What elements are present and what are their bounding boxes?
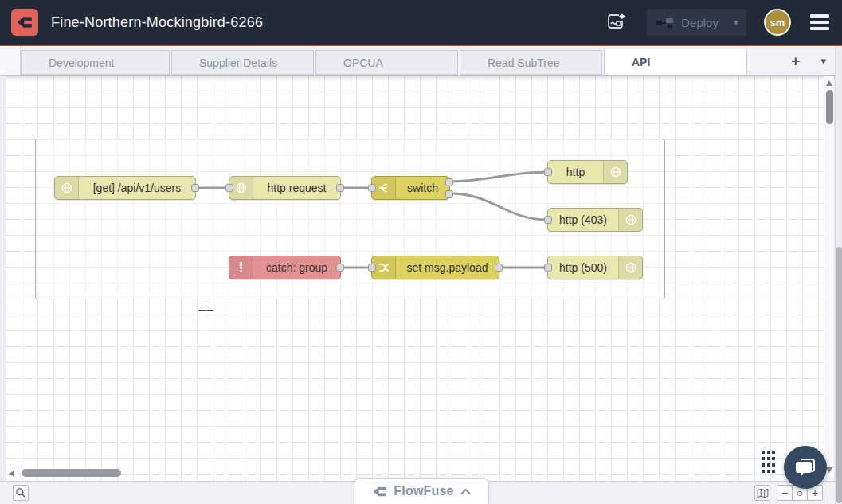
chevron-up-icon[interactable] (460, 488, 471, 495)
tab-label: API (632, 56, 650, 68)
tab-supplier-details[interactable]: Supplier Details (171, 50, 314, 75)
node-change[interactable]: set msg.payload (371, 256, 499, 279)
globe-icon (55, 177, 79, 199)
user-avatar[interactable]: sm (764, 9, 791, 36)
node-http-response-403[interactable]: http (403) (547, 208, 643, 232)
input-port[interactable] (368, 184, 376, 192)
map-icon (757, 488, 769, 498)
flowfuse-icon (372, 484, 387, 499)
zoom-out-button[interactable]: − (777, 485, 793, 501)
node-label: switch (396, 177, 449, 199)
flowfuse-logo[interactable] (11, 9, 38, 36)
tab-label: Supplier Details (199, 57, 277, 69)
page-scroll-thumb[interactable] (836, 247, 842, 503)
workspace-title: Fine-Northern-Mockingbird-6266 (51, 14, 263, 31)
deploy-caret-icon[interactable]: ▾ (734, 17, 738, 28)
output-port-1[interactable] (445, 178, 453, 186)
input-port[interactable] (544, 216, 552, 224)
node-label: http (403) (548, 209, 618, 231)
cursor-crosshair (206, 303, 206, 318)
main-menu-button[interactable] (809, 11, 831, 33)
node-label: [get] /api/v1/users (79, 177, 195, 199)
horizontal-scroll-thumb[interactable] (22, 469, 121, 477)
palette-collapsed-strip (0, 76, 6, 481)
add-flow-button[interactable]: + (791, 53, 800, 68)
tab-label: Development (49, 57, 115, 69)
node-http-response-500[interactable]: http (500) (547, 256, 643, 279)
output-port-2[interactable] (445, 190, 453, 198)
globe-icon (603, 161, 627, 183)
widget-dots-grid (762, 451, 775, 477)
input-port[interactable] (368, 264, 376, 272)
scroll-left-icon[interactable] (9, 471, 14, 477)
scroll-up-icon[interactable] (826, 80, 832, 86)
output-port[interactable] (191, 184, 199, 192)
ai-flow-icon (605, 11, 627, 33)
node-label: set msg.payload (396, 256, 499, 279)
canvas-vertical-scrollbar[interactable] (824, 76, 834, 481)
node-red-editor: Fine-Northern-Mockingbird-6266 Deploy (0, 0, 842, 504)
scroll-down-icon[interactable] (826, 467, 832, 473)
globe-icon (618, 256, 642, 279)
menu-icon (810, 14, 829, 18)
tab-scroll-edge (0, 46, 21, 75)
page-scrollbar[interactable] (835, 46, 842, 504)
node-label: http (548, 161, 603, 183)
tab-read-subtree[interactable]: Read SubTree (460, 50, 602, 75)
tab-development[interactable]: Development (21, 50, 170, 75)
tab-opcua[interactable]: OPCUA (315, 50, 458, 75)
ai-assistant-button[interactable] (602, 9, 629, 36)
node-http-request[interactable]: http request (229, 176, 341, 200)
tab-label: Read SubTree (488, 57, 560, 69)
flowfuse-drawer-button[interactable]: FlowFuse (354, 478, 489, 504)
deploy-button[interactable]: Deploy ▾ (647, 9, 746, 36)
flowfuse-logo-icon (16, 14, 33, 31)
node-catch[interactable]: ! catch: group (229, 256, 341, 279)
header-bar: Fine-Northern-Mockingbird-6266 Deploy (0, 0, 842, 46)
node-switch[interactable]: switch (371, 176, 450, 200)
vertical-scroll-thumb[interactable] (826, 90, 833, 124)
input-port[interactable] (225, 184, 233, 192)
chat-launcher-button[interactable] (784, 446, 827, 489)
output-port[interactable] (336, 264, 344, 272)
search-icon (15, 487, 26, 498)
input-port[interactable] (544, 168, 552, 176)
node-http-response[interactable]: http (547, 160, 628, 184)
search-flows-button[interactable] (13, 485, 29, 501)
node-label: catch: group (253, 256, 340, 279)
node-http-in[interactable]: [get] /api/v1/users (54, 176, 196, 200)
node-label: http request (253, 177, 340, 199)
tab-label: OPCUA (343, 57, 383, 69)
tab-api[interactable]: API (604, 49, 747, 75)
chat-icon (794, 457, 817, 478)
flow-list-caret-icon[interactable]: ▾ (820, 56, 826, 66)
flowfuse-label: FlowFuse (394, 484, 453, 498)
avatar-initials: sm (770, 17, 785, 29)
deploy-label: Deploy (681, 16, 719, 29)
output-port[interactable] (495, 264, 503, 272)
output-port[interactable] (336, 184, 344, 192)
flow-canvas[interactable]: [get] /api/v1/users http request switch (0, 76, 842, 481)
node-label: http (500) (548, 256, 618, 279)
globe-icon (618, 209, 642, 231)
deploy-node-icon (656, 17, 674, 28)
exclamation-icon: ! (229, 256, 253, 279)
flow-tab-bar: Development Supplier Details OPCUA Read … (0, 46, 842, 76)
input-port[interactable] (544, 264, 552, 272)
minimap-toggle-button[interactable] (754, 485, 770, 501)
